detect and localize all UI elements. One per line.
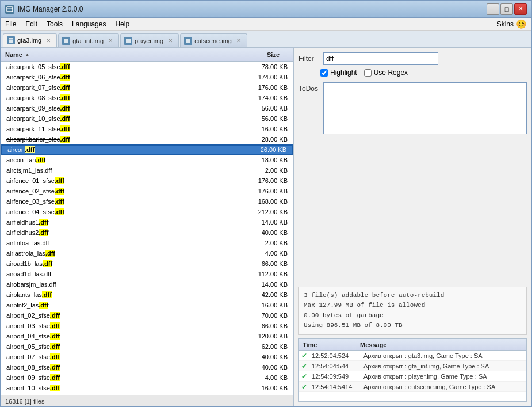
table-row[interactable]: aircon_fan.dff18.00 KB [1, 155, 293, 165]
close-button[interactable]: ✕ [514, 3, 527, 15]
todos-label: ToDos [298, 82, 319, 93]
log-header-message: Message [360, 341, 523, 348]
table-row[interactable]: airfence_03_sfse.dff168.00 KB [1, 196, 293, 207]
log-time: 12:54:09:549 [312, 373, 363, 380]
tab-cutscene[interactable]: cutscene.img ✕ [180, 33, 247, 47]
tab-gta-int-label: gta_int.img [72, 37, 104, 44]
info-section: 3 file(s) addable before auto-rebuildMax… [298, 287, 527, 335]
table-row[interactable]: airfence_02_sfse.dff176.00 KB [1, 186, 293, 196]
header-size[interactable]: Size [238, 51, 284, 58]
tab-gta-int[interactable]: gta_int.img ✕ [58, 33, 119, 47]
table-row[interactable]: aircarpark_06_sfse.dff174.00 KB [1, 72, 293, 82]
table-row[interactable]: aircarpark_08_sfse.dff174.00 KB [1, 93, 293, 103]
log-message: Архив открыт : cutscene.img, Game Type :… [363, 383, 524, 390]
table-row[interactable]: airobarsjm_las.dff14.00 KB [1, 279, 293, 290]
content-area: Name ▲ Size aircarpark_05_sfse.dff78.00 … [1, 48, 531, 406]
tab-player-label: player.img [135, 37, 163, 44]
table-row[interactable]: airoad1b_las.dff66.00 KB [1, 258, 293, 269]
table-row[interactable]: aircarpark_05_sfse.dff78.00 KB [1, 62, 293, 72]
main-window: IMG Manager 2.0.0.0 — □ ✕ File Edit Tool… [0, 0, 532, 407]
tab-gta3-close[interactable]: ✕ [46, 37, 51, 44]
table-row[interactable]: airplnt2_las.dff16.00 KB [1, 300, 293, 310]
table-row[interactable]: aircarpark_10_sfse.dff56.00 KB [1, 113, 293, 124]
menu-bar: File Edit Tools Languages Help Skins 😊 [1, 18, 531, 31]
table-row[interactable]: airport_09_sfse.dff4.00 KB [1, 372, 293, 383]
info-line: 0.00 bytes of garbage [304, 311, 522, 321]
table-row[interactable]: aircarpark_09_sfse.dff56.00 KB [1, 103, 293, 113]
log-rows: ✔12:52:04:524Архив открыт : gta3.img, Ga… [299, 351, 526, 392]
table-row[interactable]: aircarpark_11_sfse.dff16.00 KB [1, 124, 293, 134]
list-header: Name ▲ Size [1, 48, 293, 62]
svg-rect-4 [64, 39, 68, 43]
menu-help[interactable]: Help [110, 19, 134, 29]
table-row[interactable]: aircarpark_07_sfse.dff176.00 KB [1, 82, 293, 93]
log-status-icon: ✔ [301, 362, 309, 370]
todos-section: ToDos [298, 82, 527, 134]
table-row[interactable]: airport_10_sfse.dff16.00 KB [1, 383, 293, 393]
log-message: Архив открыт : player.img, Game Type : S… [363, 373, 524, 380]
tab-gta3[interactable]: gta3.img ✕ [3, 33, 57, 47]
right-panel: Filter Highlight Use Regex ToDos 3 file [294, 48, 531, 406]
tabs-bar: gta3.img ✕ gta_int.img ✕ player.img ✕ cu… [1, 31, 531, 48]
tab-gta3-icon [7, 36, 15, 44]
table-row[interactable]: airport_02_sfse.dff70.00 KB [1, 310, 293, 321]
tab-gta-int-icon [62, 37, 70, 45]
table-row[interactable]: airctsjm1_las.dff2.00 KB [1, 165, 293, 176]
log-time: 12:54:14:5414 [312, 383, 363, 390]
minimize-button[interactable]: — [487, 3, 499, 15]
tab-gta3-label: gta3.img [17, 37, 41, 44]
table-row[interactable]: aircon.dff26.00 KB [1, 144, 293, 155]
table-row[interactable]: aircarpkbarier_sfse.dff28.00 KB [1, 134, 293, 144]
skins-area: Skins 😊 [497, 19, 527, 29]
tab-player-close[interactable]: ✕ [168, 37, 173, 44]
info-line: Using 896.51 MB of 8.00 TB [304, 321, 522, 331]
table-row[interactable]: airoad1d_las.dff112.00 KB [1, 269, 293, 279]
header-name[interactable]: Name ▲ [1, 51, 238, 58]
table-row[interactable]: airlastrola_las.dff4.00 KB [1, 248, 293, 258]
todos-textarea[interactable] [323, 82, 527, 134]
filter-options: Highlight Use Regex [320, 69, 527, 77]
highlight-checkbox[interactable] [320, 69, 328, 77]
log-time: 12:52:04:524 [312, 352, 363, 359]
file-list[interactable]: aircarpark_05_sfse.dff78.00 KBaircarpark… [1, 62, 293, 395]
use-regex-checkbox[interactable] [364, 69, 372, 77]
table-row[interactable]: airfence_01_sfse.dff176.00 KB [1, 176, 293, 186]
tab-gta-int-close[interactable]: ✕ [108, 37, 113, 44]
title-bar: IMG Manager 2.0.0.0 — □ ✕ [1, 1, 531, 18]
use-regex-checkbox-label[interactable]: Use Regex [364, 69, 408, 77]
table-row[interactable]: airport_03_sfse.dff66.00 KB [1, 321, 293, 331]
menu-languages[interactable]: Languages [67, 19, 110, 29]
log-status-icon: ✔ [301, 383, 309, 391]
log-message: Архив открыт : gta_int.img, Game Type : … [363, 363, 524, 370]
file-list-panel: Name ▲ Size aircarpark_05_sfse.dff78.00 … [1, 48, 294, 406]
tab-cutscene-icon [184, 37, 192, 45]
filter-input[interactable] [323, 52, 438, 65]
table-row[interactable]: airfinfoa_las.dff2.00 KB [1, 238, 293, 248]
info-line: 3 file(s) addable before auto-rebuild [304, 291, 522, 301]
maximize-button[interactable]: □ [500, 3, 513, 15]
log-row: ✔12:54:09:549Архив открыт : player.img, … [299, 371, 526, 382]
log-header: Time Message [299, 339, 526, 351]
highlight-checkbox-label[interactable]: Highlight [320, 69, 357, 77]
app-icon [5, 5, 14, 14]
table-row[interactable]: airport_04_sfse.dff120.00 KB [1, 331, 293, 341]
use-regex-label: Use Regex [374, 69, 408, 77]
sort-arrow: ▲ [25, 52, 30, 58]
table-row[interactable]: airfieldhus2.dff40.00 KB [1, 227, 293, 238]
menu-file[interactable]: File [1, 19, 21, 29]
table-row[interactable]: airfieldhus1.dff14.00 KB [1, 217, 293, 227]
table-row[interactable]: airplants_las.dff42.00 KB [1, 290, 293, 300]
table-row[interactable]: airfence_04_sfse.dff212.00 KB [1, 207, 293, 217]
table-row[interactable]: airport_08_sfse.dff40.00 KB [1, 362, 293, 372]
log-status-icon: ✔ [301, 352, 309, 360]
filter-section: Filter [298, 52, 527, 65]
log-status-icon: ✔ [301, 372, 309, 381]
info-line: Max 127.99 MB of file is allowed [304, 301, 522, 311]
menu-tools[interactable]: Tools [42, 19, 67, 29]
tab-player[interactable]: player.img ✕ [120, 33, 179, 47]
table-row[interactable]: airport_07_sfse.dff40.00 KB [1, 352, 293, 362]
menu-edit[interactable]: Edit [21, 19, 42, 29]
table-row[interactable]: airport_05_sfse.dff62.00 KB [1, 341, 293, 352]
status-bar: 16316 [1] files [1, 395, 293, 406]
tab-cutscene-close[interactable]: ✕ [236, 37, 241, 44]
